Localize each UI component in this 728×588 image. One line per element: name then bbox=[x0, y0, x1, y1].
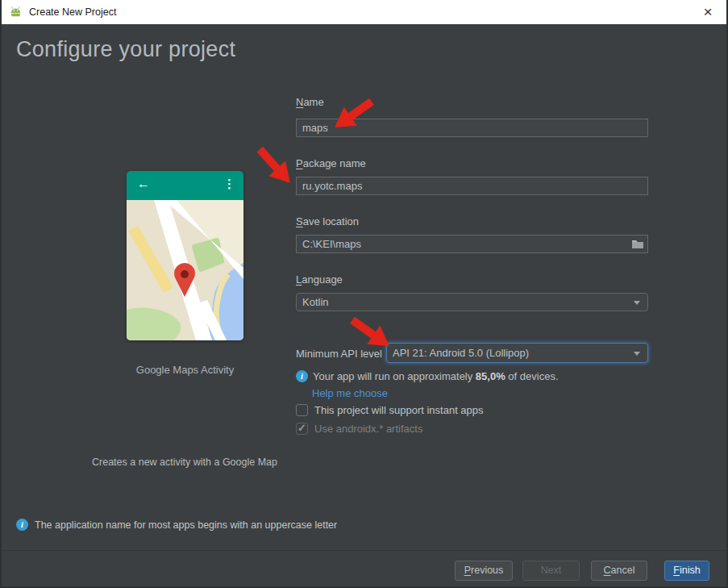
device-coverage-info: i Your app will run on approximately 85,… bbox=[296, 370, 559, 382]
info-icon: i bbox=[296, 370, 308, 382]
folder-icon[interactable] bbox=[631, 239, 644, 249]
previous-button[interactable]: Previous bbox=[455, 561, 513, 581]
activity-preview-card: ← ⋮ bbox=[127, 171, 243, 340]
androidx-label: Use androidx.* artifacts bbox=[314, 423, 422, 435]
package-name-label: Package name bbox=[296, 157, 366, 169]
checkbox-unchecked[interactable] bbox=[296, 404, 308, 416]
min-api-dropdown[interactable]: API 21: Android 5.0 (Lollipop) bbox=[386, 343, 648, 363]
footer-separator bbox=[2, 550, 726, 551]
instant-apps-checkbox-row[interactable]: This project will support instant apps bbox=[296, 404, 484, 416]
page-title: Configure your project bbox=[16, 37, 235, 62]
name-label: Name bbox=[296, 96, 324, 108]
info-icon: i bbox=[16, 519, 28, 531]
titlebar: Create New Project × bbox=[2, 0, 726, 24]
map-preview bbox=[127, 200, 243, 340]
cancel-button[interactable]: Cancel bbox=[591, 561, 647, 581]
preview-appbar: ← ⋮ bbox=[127, 171, 243, 200]
checkmark-icon: ✓ bbox=[297, 422, 306, 434]
package-name-input[interactable] bbox=[296, 177, 648, 195]
activity-name-label: Google Maps Activity bbox=[94, 364, 276, 376]
androidx-checkbox-row: ✓ Use androidx.* artifacts bbox=[296, 423, 422, 435]
save-location-input[interactable] bbox=[296, 235, 648, 253]
finish-button[interactable]: Finish bbox=[664, 561, 709, 581]
next-button: Next bbox=[522, 561, 580, 581]
back-arrow-icon: ← bbox=[137, 177, 150, 191]
chevron-down-icon bbox=[634, 301, 640, 305]
save-location-label: Save location bbox=[296, 215, 359, 227]
name-input[interactable] bbox=[296, 119, 648, 137]
instant-apps-label: This project will support instant apps bbox=[314, 404, 484, 416]
min-api-label: Minimum API level bbox=[296, 348, 382, 360]
validation-note: i The application name for most apps beg… bbox=[16, 519, 337, 531]
close-icon[interactable]: × bbox=[689, 0, 726, 24]
language-dropdown[interactable]: Kotlin bbox=[296, 293, 648, 311]
annotation-arrow-package bbox=[248, 139, 302, 194]
checkbox-checked-disabled: ✓ bbox=[296, 423, 308, 435]
chevron-down-icon bbox=[634, 352, 640, 356]
language-label: Language bbox=[296, 273, 343, 286]
create-new-project-dialog: Create New Project × Configure your proj… bbox=[0, 0, 728, 588]
android-icon bbox=[9, 6, 23, 19]
overflow-menu-icon: ⋮ bbox=[223, 177, 235, 191]
window-title: Create New Project bbox=[29, 6, 116, 18]
activity-description: Creates a new activity with a Google Map bbox=[48, 457, 322, 468]
help-me-choose-link[interactable]: Help me choose bbox=[312, 387, 388, 399]
